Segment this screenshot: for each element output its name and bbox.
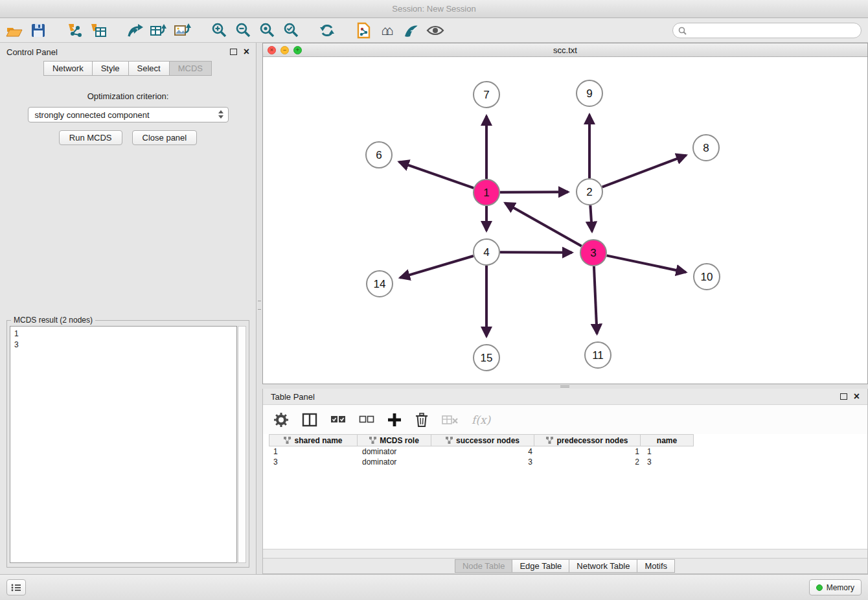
window-titlebar: Session: New Session [0,0,868,18]
graph-node[interactable]: 14 [367,271,393,297]
select-all-rows-icon[interactable] [330,414,346,425]
tab-select[interactable]: Select [128,61,170,76]
refresh-layout-button[interactable] [317,20,337,41]
graph-node[interactable]: 6 [366,142,392,168]
zoom-window-icon[interactable]: + [293,46,302,54]
cell-successor-nodes: 3 [433,457,536,467]
table-horizontal-scrollbar[interactable] [263,549,867,558]
table-row[interactable]: 3 dominator 3 2 3 [269,457,867,467]
graph-node[interactable]: 9 [577,80,602,106]
column-header-predecessor-nodes[interactable]: predecessor nodes [534,434,641,446]
graph-edge[interactable] [400,256,474,278]
column-header-successor-nodes[interactable]: successor nodes [431,434,534,446]
apply-style-button[interactable] [402,20,421,41]
zoom-selected-button[interactable] [281,20,301,41]
graph-node[interactable]: 10 [694,264,720,290]
graph-node-label: 6 [376,149,382,161]
memory-button[interactable]: Memory [809,579,862,595]
zoom-out-button[interactable] [233,20,253,41]
memory-label: Memory [827,583,854,592]
horizontal-splitter[interactable] [262,384,868,389]
graph-node[interactable]: 3 [580,240,606,266]
home-button[interactable]: ⌂⌂ [378,20,397,41]
import-table-button[interactable] [89,20,108,41]
create-column-plus-icon[interactable] [387,413,402,427]
cell-predecessor-nodes: 1 [536,447,643,456]
tab-network-table[interactable]: Network Table [569,559,637,573]
float-panel-icon[interactable] [230,49,237,55]
graph-node[interactable]: 15 [474,345,499,371]
graph-edge[interactable] [594,266,597,334]
close-panel-button[interactable]: Close panel [132,130,198,145]
tab-node-table[interactable]: Node Table [455,559,513,573]
graph-node[interactable]: 2 [577,179,602,205]
table-row[interactable]: 1 dominator 4 1 1 [269,446,867,457]
export-network-button[interactable] [125,20,144,41]
graph-edge[interactable] [590,205,592,231]
result-line: 1 [14,329,233,340]
network-window-titlebar[interactable]: × – + scc.txt [263,43,867,57]
delete-column-trash-icon[interactable] [415,412,429,427]
table-settings-gear-icon[interactable] [273,412,289,428]
close-window-icon[interactable]: × [268,46,276,54]
graph-node-label: 14 [374,278,386,290]
table-panel-tabs: Node Table Edge Table Network Table Moti… [263,558,867,573]
function-builder-button[interactable]: f(x) [472,413,490,426]
run-mcds-button[interactable]: Run MCDS [59,130,122,145]
import-network-button[interactable] [65,20,84,41]
close-panel-icon[interactable]: × [854,393,860,400]
export-image-button[interactable] [173,20,192,41]
graph-node-label: 7 [483,89,489,101]
result-scrollbar[interactable] [238,326,246,563]
graph-node[interactable]: 11 [585,342,611,368]
column-type-icon [546,437,553,444]
tab-mcds[interactable]: MCDS [169,61,212,76]
tab-style[interactable]: Style [92,61,129,76]
network-canvas[interactable]: 7968124314101511 [263,57,867,384]
tab-edge-table[interactable]: Edge Table [512,559,569,573]
column-header-shared-name[interactable]: shared name [269,434,358,446]
control-panel-title: Control Panel [6,47,58,57]
float-panel-icon[interactable] [840,393,847,400]
graph-node[interactable]: 4 [474,239,499,265]
graph-edge[interactable] [505,203,582,246]
open-session-button[interactable] [5,20,24,41]
zoom-fit-button[interactable] [257,20,277,41]
minimize-window-icon[interactable]: – [280,46,289,54]
graph-edge[interactable] [602,156,686,187]
graph-node[interactable]: 1 [474,179,499,205]
graph-edge[interactable] [500,252,572,253]
export-table-button[interactable] [149,20,168,41]
delete-table-icon[interactable] [442,414,459,426]
save-session-button[interactable] [29,20,48,41]
cell-mcds-role: dominator [358,447,433,456]
column-header-name[interactable]: name [640,434,694,446]
graph-node[interactable]: 8 [693,135,719,161]
task-history-button[interactable] [6,579,26,595]
graph-node[interactable]: 7 [474,82,499,108]
deselect-all-rows-icon[interactable] [359,414,374,425]
graph-node-label: 3 [590,247,596,259]
tab-motifs[interactable]: Motifs [637,559,675,573]
graph-edge[interactable] [399,162,474,188]
show-hide-graphics-button[interactable] [426,20,445,41]
close-panel-icon[interactable]: × [244,49,249,55]
column-type-icon [284,437,291,444]
column-header-mcds-role[interactable]: MCDS role [357,434,431,446]
tab-network[interactable]: Network [43,61,93,76]
mcds-result-list[interactable]: 1 3 [10,326,237,563]
criterion-select[interactable]: strongly connected component [28,107,229,122]
search-input[interactable] [691,26,856,35]
node-table: shared name MCDS role successor nodes pr… [269,434,867,467]
memory-status-icon [816,584,823,591]
table-panel-title: Table Panel [271,392,315,402]
search-box[interactable] [672,23,862,38]
zoom-in-button[interactable] [209,20,229,41]
show-columns-icon[interactable] [302,413,317,427]
graph-edge[interactable] [607,255,686,272]
vertical-splitter[interactable] [257,43,262,574]
cell-name: 1 [643,447,697,456]
open-network-file-button[interactable] [354,20,373,41]
graph-edge[interactable] [500,192,568,192]
graph-node-label: 9 [586,87,592,100]
